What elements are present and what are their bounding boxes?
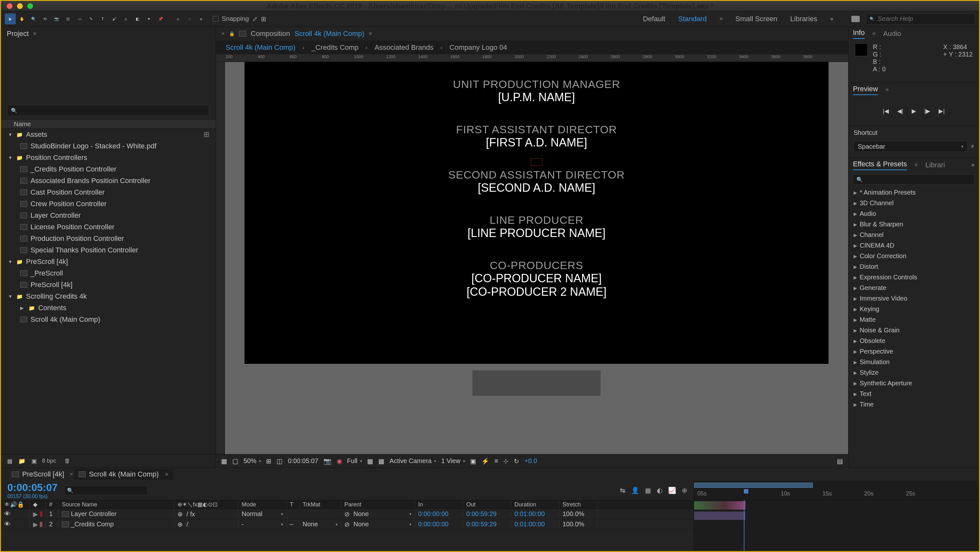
col-label[interactable]: ◆ — [33, 501, 38, 508]
ep-text[interactable]: ▶Text — [848, 389, 979, 399]
tab-audio[interactable]: Audio — [883, 30, 901, 38]
timeline-tab-scroll4k[interactable]: Scroll 4k (Main Comp)≡ — [74, 469, 173, 480]
bpc-label[interactable]: 8 bpc — [42, 458, 56, 464]
comp-license-position[interactable]: License Position Controller — [1, 221, 216, 233]
project-tree[interactable]: ▼📁Assets⊞ StudioBinder Logo - Stacked - … — [1, 129, 216, 454]
info-panel-menu[interactable]: ≡ — [872, 31, 875, 37]
folder-scrolling-credits[interactable]: ▼📁Scrolling Credits 4k — [1, 290, 216, 302]
ep-channel[interactable]: ▶Channel — [848, 230, 979, 240]
work-area-bar[interactable] — [694, 483, 813, 488]
shortcut-reset-icon[interactable]: ↺ — [971, 144, 974, 149]
effects-panel-menu[interactable]: ≡ — [915, 162, 918, 168]
hand-tool[interactable]: ✋ — [16, 13, 27, 24]
ep-immersive[interactable]: ▶Immersive Video — [848, 293, 979, 304]
workspace-overflow[interactable]: » — [830, 15, 834, 22]
comp-prescroll-inner[interactable]: _PreScroll — [1, 268, 216, 279]
sync-settings-icon[interactable] — [851, 16, 860, 22]
col-trkmat[interactable]: TrkMat — [302, 501, 320, 508]
workspace-libraries[interactable]: Libraries — [791, 15, 817, 23]
project-search[interactable] — [7, 105, 209, 116]
project-panel-title[interactable]: Project — [7, 30, 29, 38]
ep-perspective[interactable]: ▶Perspective — [848, 346, 979, 357]
camera-tool[interactable]: 📷 — [51, 13, 62, 24]
comp-panel-menu[interactable]: ≡ — [369, 31, 372, 37]
pen-tool[interactable]: ✎ — [86, 13, 97, 24]
shy-icon[interactable]: 👤 — [631, 487, 639, 494]
ep-generate[interactable]: ▶Generate — [848, 282, 979, 293]
text-tool[interactable]: T — [97, 13, 108, 24]
ep-c4d[interactable]: ▶CINEMA 4D — [848, 240, 979, 251]
tab-info[interactable]: Info — [853, 29, 865, 39]
render-queue-icon[interactable]: ▤ — [837, 457, 843, 465]
flowchart-icon[interactable]: ⊹ — [503, 457, 509, 465]
layer-placeholder[interactable] — [473, 370, 601, 396]
current-time-indicator[interactable] — [744, 500, 745, 551]
project-col-name[interactable]: Name — [14, 120, 31, 128]
col-out[interactable]: Out — [466, 501, 476, 508]
ep-time[interactable]: ▶Time — [848, 399, 979, 410]
comp-render[interactable]: UNIT PRODUCTION MANAGER [U.P.M. NAME] FI… — [245, 62, 829, 364]
ep-matte[interactable]: ▶Matte — [848, 314, 979, 325]
next-frame-button[interactable]: |▶ — [924, 108, 931, 115]
comp-crew-position[interactable]: Crew Position Controller — [1, 198, 216, 210]
ep-stylize[interactable]: ▶Stylize — [848, 367, 979, 378]
snapshot-icon[interactable]: 📷 — [323, 457, 331, 465]
eraser-tool[interactable]: ◧ — [132, 13, 143, 24]
timeline-current-time[interactable]: 0:00:05:07 — [7, 482, 58, 493]
folder-prescroll[interactable]: ▼📁PreScroll [4k] — [1, 256, 216, 268]
comp-layer-controller[interactable]: Layer Controller — [1, 210, 216, 221]
timeline-layer-1[interactable]: 👁 ▶ 1 Layer Controller ⊕ / fx Normal▾ ⊘ … — [1, 509, 694, 519]
comp-mini-flowchart-icon[interactable]: ↹ — [620, 487, 625, 494]
comp-credits-position[interactable]: _Credits Position Controller — [1, 163, 216, 175]
col-idx[interactable]: # — [49, 501, 52, 508]
comp-prescroll-4k[interactable]: PreScroll [4k] — [1, 279, 216, 290]
pan-behind-tool[interactable]: ⊡ — [62, 13, 73, 24]
breadcrumb-0[interactable]: Scroll 4k (Main Comp) — [226, 43, 296, 52]
resolution-toggle-icon[interactable]: ⊞ — [266, 457, 272, 465]
breadcrumb-2[interactable]: Associated Brands — [374, 43, 433, 52]
help-search-input[interactable] — [878, 15, 972, 22]
preview-panel-menu[interactable]: ≡ — [886, 87, 889, 93]
effects-overflow[interactable]: » — [971, 161, 975, 168]
transparency-grid-icon[interactable]: ▢ — [232, 457, 239, 465]
ep-audio[interactable]: ▶Audio — [848, 208, 979, 219]
workspace-standard[interactable]: Standard — [678, 15, 706, 23]
roto-tool[interactable]: ✦ — [143, 13, 154, 24]
ep-color[interactable]: ▶Color Correction — [848, 251, 979, 262]
reset-exposure-icon[interactable]: ↻ — [514, 457, 519, 465]
shortcut-select[interactable]: Spacebar▾ — [854, 141, 967, 152]
ep-synthetic[interactable]: ▶Synthetic Aperture — [848, 378, 979, 389]
breadcrumb-1[interactable]: _Credits Comp — [312, 43, 359, 52]
comp-panel-name[interactable]: Scroll 4k (Main Comp) — [294, 30, 364, 38]
roi-icon[interactable]: ◫ — [277, 457, 283, 465]
view-options-icon[interactable]: ▦ — [367, 457, 373, 465]
effects-search[interactable] — [853, 174, 975, 185]
layer-bar-2[interactable] — [694, 512, 745, 520]
project-panel-menu[interactable]: ≡ — [33, 31, 36, 37]
comp-tab-lock[interactable]: 🔒 — [229, 31, 235, 36]
motion-blur-icon[interactable]: ◐ — [657, 487, 662, 494]
comp-canvas[interactable]: UNIT PRODUCTION MANAGER [U.P.M. NAME] FI… — [225, 62, 848, 454]
ep-obsolete[interactable]: ▶Obsolete — [848, 335, 979, 346]
grid-icon[interactable]: ▦ — [378, 457, 384, 465]
comp-scroll-4k-main[interactable]: Scroll 4k (Main Comp) — [1, 314, 216, 325]
selection-tool[interactable]: ▶ — [5, 13, 16, 24]
channel-icon[interactable]: ◉ — [337, 457, 342, 465]
ep-expression[interactable]: ▶Expression Controls — [848, 272, 979, 282]
tab-preview[interactable]: Preview — [853, 85, 878, 95]
col-stretch[interactable]: Stretch — [563, 501, 581, 508]
col-duration[interactable]: Duration — [514, 501, 536, 508]
ep-blur[interactable]: ▶Blur & Sharpen — [848, 219, 979, 230]
col-parent[interactable]: Parent — [344, 501, 361, 508]
new-comp-button[interactable]: ▣ — [30, 458, 38, 465]
timeline-icon[interactable]: ≡ — [495, 457, 498, 465]
tab-effects-presets[interactable]: Effects & Presets — [853, 160, 907, 170]
resolution-value[interactable]: Full — [347, 457, 358, 465]
workspace-standard-menu[interactable]: ≡ — [719, 16, 722, 22]
col-mode[interactable]: Mode — [242, 501, 256, 508]
timeline-track-area[interactable]: 05s 10s 15s 20s 25s — [694, 481, 979, 551]
camera-value[interactable]: Active Camera — [390, 457, 431, 465]
interpret-footage-button[interactable]: ▦ — [5, 458, 14, 465]
last-frame-button[interactable]: ▶| — [939, 108, 945, 115]
layer-bar-1[interactable] — [694, 501, 745, 510]
